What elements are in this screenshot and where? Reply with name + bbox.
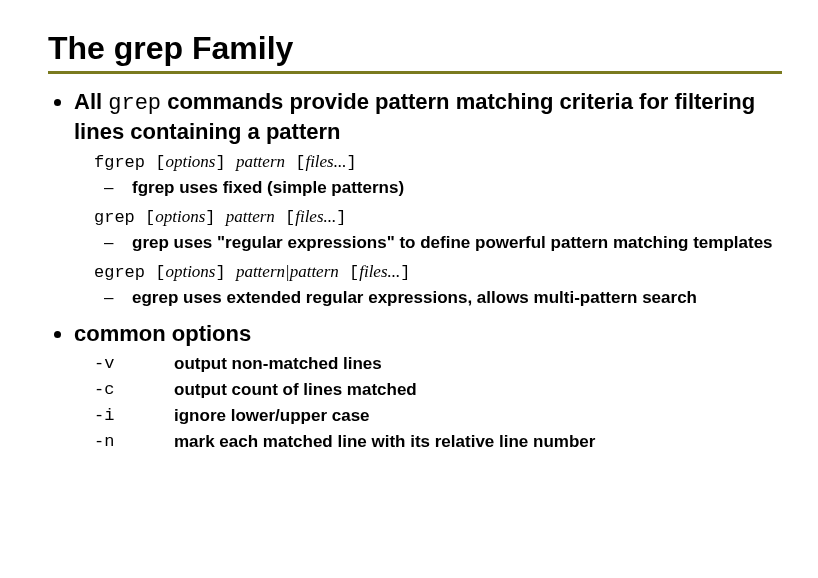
intro-text-post: commands provide pattern matching criter… [74, 89, 755, 144]
options-table: -v output non-matched lines -c output co… [94, 353, 782, 453]
option-desc: mark each matched line with its relative… [174, 431, 595, 453]
option-desc: ignore lower/upper case [174, 405, 370, 427]
grep-desc: –grep uses "regular expressions" to defi… [118, 232, 782, 255]
egrep-filesr: ] [400, 263, 410, 282]
egrep-files: files... [359, 262, 400, 281]
grep-desc-text: grep uses "regular expressions" to defin… [132, 233, 773, 252]
slide: The grep Family All grep commands provid… [0, 0, 818, 484]
intro-text-pre: All [74, 89, 108, 114]
option-row: -i ignore lower/upper case [94, 405, 782, 427]
egrep-optl: [ [145, 263, 165, 282]
grep-pat: pattern [226, 207, 275, 226]
fgrep-pat: pattern [236, 152, 285, 171]
dash-icon: – [118, 287, 132, 310]
option-row: -n mark each matched line with its relat… [94, 431, 782, 453]
egrep-opts: options [165, 262, 215, 281]
bullet-list: All grep commands provide pattern matchi… [48, 88, 782, 454]
grep-filesr: ] [336, 208, 346, 227]
egrep-desc: –egrep uses extended regular expressions… [118, 287, 782, 310]
dash-icon: – [118, 177, 132, 200]
grep-opts: options [155, 207, 205, 226]
option-flag: -c [94, 379, 174, 401]
option-flag: -i [94, 405, 174, 427]
grep-filesl: [ [275, 208, 295, 227]
grep-optl: [ [135, 208, 155, 227]
fgrep-cmd: fgrep [94, 153, 145, 172]
egrep-optr: ] [215, 263, 235, 282]
option-desc: output count of lines matched [174, 379, 417, 401]
grep-syntax: grep [options] pattern [files...] [94, 206, 782, 230]
dash-icon: – [118, 232, 132, 255]
fgrep-files: files... [305, 152, 346, 171]
egrep-filesl: [ [339, 263, 359, 282]
fgrep-opts: options [165, 152, 215, 171]
option-flag: -v [94, 353, 174, 375]
bullet-common: common options -v output non-matched lin… [74, 320, 782, 454]
option-flag: -n [94, 431, 174, 453]
fgrep-filesl: [ [285, 153, 305, 172]
fgrep-optl: [ [145, 153, 165, 172]
option-desc: output non-matched lines [174, 353, 382, 375]
bullet-intro: All grep commands provide pattern matchi… [74, 88, 782, 310]
slide-title: The grep Family [48, 30, 782, 67]
egrep-pat: pattern|pattern [236, 262, 339, 281]
intro-code: grep [108, 91, 161, 116]
fgrep-syntax: fgrep [options] pattern [files...] [94, 151, 782, 175]
grep-cmd: grep [94, 208, 135, 227]
grep-optr: ] [205, 208, 225, 227]
fgrep-optr: ] [215, 153, 235, 172]
common-heading: common options [74, 321, 251, 346]
option-row: -v output non-matched lines [94, 353, 782, 375]
fgrep-desc-text: fgrep uses fixed (simple patterns) [132, 178, 404, 197]
grep-files: files... [295, 207, 336, 226]
title-underline [48, 71, 782, 74]
egrep-cmd: egrep [94, 263, 145, 282]
fgrep-desc: –fgrep uses fixed (simple patterns) [118, 177, 782, 200]
egrep-desc-text: egrep uses extended regular expressions,… [132, 288, 697, 307]
fgrep-filesr: ] [347, 153, 357, 172]
option-row: -c output count of lines matched [94, 379, 782, 401]
egrep-syntax: egrep [options] pattern|pattern [files..… [94, 261, 782, 285]
